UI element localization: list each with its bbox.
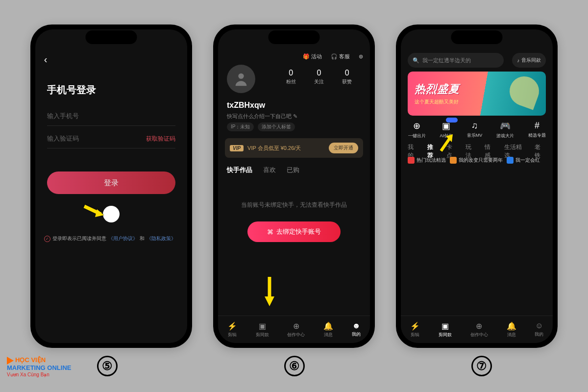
nav-profile[interactable]: ☻我的 bbox=[352, 321, 361, 338]
arrow-templates-icon bbox=[262, 275, 277, 311]
sc-music-mv[interactable]: ♫音乐MV bbox=[467, 121, 483, 139]
chip-change[interactable]: 我的改变只需要两年 bbox=[450, 157, 503, 164]
settings-icon[interactable]: ⊚ bbox=[359, 53, 363, 60]
bottom-nav: ⚡剪辑 ▣剪同款 ⊕创作中心 🔔消息 ☻我的 bbox=[218, 316, 370, 343]
notch bbox=[451, 30, 503, 44]
phone-3: 🔍 我一定红透半边天的 ♪ 音乐同款 热烈盛夏 这个夏天超酷又美好 ⊕一键出片 … bbox=[396, 24, 558, 348]
empty-message: 当前账号未绑定快手，无法查看快手作品 bbox=[218, 201, 370, 209]
stat-fans[interactable]: 0粉丝 bbox=[286, 69, 296, 85]
code-input[interactable]: 输入验证码 获取验证码 bbox=[47, 129, 175, 148]
nav-messages[interactable]: 🔔消息 bbox=[507, 321, 516, 338]
get-code-button[interactable]: 获取验证码 bbox=[146, 135, 175, 143]
profile-tags: IP：未知 添加个人标签 bbox=[227, 122, 295, 131]
tab-works[interactable]: 快手作品 bbox=[227, 166, 252, 174]
screen-1: ‹ 手机号登录 输入手机号 输入验证码 获取验证码 登录 ✓ 登录即表示已阅读并… bbox=[35, 29, 187, 343]
chip-red[interactable]: 我一定会红 bbox=[507, 157, 540, 164]
step-5: ⑤ bbox=[97, 356, 118, 376]
tab-purchased[interactable]: 已购 bbox=[287, 166, 299, 174]
bottom-nav: ⚡剪辑 ▣剪同款 ⊕创作中心 🔔消息 ☺我的 bbox=[401, 316, 553, 343]
search-icon: 🔍 bbox=[413, 57, 419, 64]
vip-badge: VIP bbox=[230, 145, 244, 151]
login-button[interactable]: 登录 bbox=[47, 172, 175, 194]
music-same-button[interactable]: ♪ 音乐同款 bbox=[512, 53, 546, 68]
terms-row: ✓ 登录即表示已阅读并同意 《用户协议》 和 《隐私政策》 bbox=[44, 235, 178, 242]
play-icon bbox=[7, 357, 14, 365]
vip-text: VIP 会员低至 ¥0.26/天 bbox=[247, 145, 301, 152]
profile-stats: 0粉丝 0关注 0获赞 bbox=[277, 69, 361, 85]
search-input[interactable]: 🔍 我一定红透半边天的 bbox=[408, 53, 504, 68]
nav-templates[interactable]: ▣剪同款 bbox=[439, 321, 452, 338]
activity-button[interactable]: 🎁 活动 bbox=[303, 53, 322, 60]
stat-following[interactable]: 0关注 bbox=[314, 69, 324, 85]
nav-templates[interactable]: ▣剪同款 bbox=[256, 321, 269, 338]
notch bbox=[268, 30, 319, 44]
tab-liked[interactable]: 喜欢 bbox=[263, 166, 276, 174]
nav-create[interactable]: ⊕创作中心 bbox=[470, 321, 488, 338]
arrow-apple-icon bbox=[82, 203, 107, 221]
shortcut-row: ⊕一键出片 ▣AI创作 ♫音乐MV 🎮游戏大片 #精选专题 bbox=[401, 121, 553, 139]
profile-tabs: 快手作品 喜欢 已购 bbox=[227, 166, 299, 174]
banner-illustration bbox=[490, 72, 544, 116]
phone-input[interactable]: 输入手机号 bbox=[47, 107, 175, 126]
chip-row: 热门玩法精选 我的改变只需要两年 我一定会红 bbox=[408, 157, 546, 164]
link-icon: ⌘ bbox=[267, 228, 273, 236]
chip-hot[interactable]: 热门玩法精选 bbox=[408, 157, 446, 164]
profile-desc[interactable]: 快写点什么介绍一下自己吧 ✎ bbox=[227, 113, 297, 120]
promo-banner[interactable]: 热烈盛夏 这个夏天超酷又美好 bbox=[408, 72, 546, 116]
ip-tag: IP：未知 bbox=[227, 122, 254, 131]
profile-top-actions: 🎁 活动 🎧 客服 ⊚ bbox=[303, 53, 363, 60]
privacy-policy-link[interactable]: 《隐私政策》 bbox=[147, 235, 176, 242]
sc-game[interactable]: 🎮游戏大片 bbox=[496, 121, 514, 139]
user-agreement-link[interactable]: 《用户协议》 bbox=[108, 235, 138, 242]
screen-3: 🔍 我一定红透半边天的 ♪ 音乐同款 热烈盛夏 这个夏天超酷又美好 ⊕一键出片 … bbox=[401, 29, 553, 343]
sc-oneclick[interactable]: ⊕一键出片 bbox=[408, 121, 426, 139]
nav-create[interactable]: ⊕创作中心 bbox=[287, 321, 305, 338]
terms-checkbox[interactable]: ✓ bbox=[44, 236, 50, 242]
nav-messages[interactable]: 🔔消息 bbox=[323, 321, 333, 338]
terms-prefix: 登录即表示已阅读并同意 bbox=[52, 235, 106, 242]
username: txZBHxqw bbox=[227, 101, 265, 110]
support-button[interactable]: 🎧 客服 bbox=[331, 53, 350, 60]
phone-2: 🎁 活动 🎧 客服 ⊚ 0粉丝 0关注 0获赞 txZBHxqw 快写点什么介绍… bbox=[213, 24, 375, 348]
vip-cta-button[interactable]: 立即开通 bbox=[329, 143, 358, 153]
step-6: ⑥ bbox=[284, 356, 305, 376]
nav-edit[interactable]: ⚡剪辑 bbox=[227, 321, 237, 338]
vip-bar[interactable]: VIP VIP 会员低至 ¥0.26/天 立即开通 bbox=[225, 138, 363, 158]
arrow-ai-icon bbox=[438, 132, 456, 155]
terms-mid: 和 bbox=[140, 235, 145, 242]
svg-point-0 bbox=[238, 74, 244, 79]
sc-topics[interactable]: #精选专题 bbox=[528, 121, 546, 139]
screen-2: 🎁 活动 🎧 客服 ⊚ 0粉丝 0关注 0获赞 txZBHxqw 快写点什么介绍… bbox=[218, 29, 370, 343]
code-placeholder: 输入验证码 bbox=[47, 134, 79, 143]
add-tag-button[interactable]: 添加个人标签 bbox=[258, 122, 295, 131]
phone-placeholder: 输入手机号 bbox=[47, 112, 79, 121]
bind-account-button[interactable]: ⌘ 去绑定快手账号 bbox=[247, 221, 341, 242]
avatar[interactable] bbox=[227, 65, 255, 93]
phone-row: ‹ 手机号登录 输入手机号 输入验证码 获取验证码 登录 ✓ 登录即表示已阅读并… bbox=[0, 0, 588, 348]
notch bbox=[85, 30, 137, 44]
login-title: 手机号登录 bbox=[47, 83, 96, 97]
back-icon[interactable]: ‹ bbox=[44, 54, 48, 65]
nav-edit[interactable]: ⚡剪辑 bbox=[410, 321, 420, 338]
phone-1: ‹ 手机号登录 输入手机号 输入验证码 获取验证码 登录 ✓ 登录即表示已阅读并… bbox=[30, 24, 192, 348]
logo: HỌC VIỆN MARKETING ONLINE Vươn Xa Cùng B… bbox=[7, 357, 71, 377]
stat-likes[interactable]: 0获赞 bbox=[342, 69, 352, 85]
nav-profile[interactable]: ☺我的 bbox=[535, 321, 543, 338]
step-7: ⑦ bbox=[471, 356, 492, 376]
